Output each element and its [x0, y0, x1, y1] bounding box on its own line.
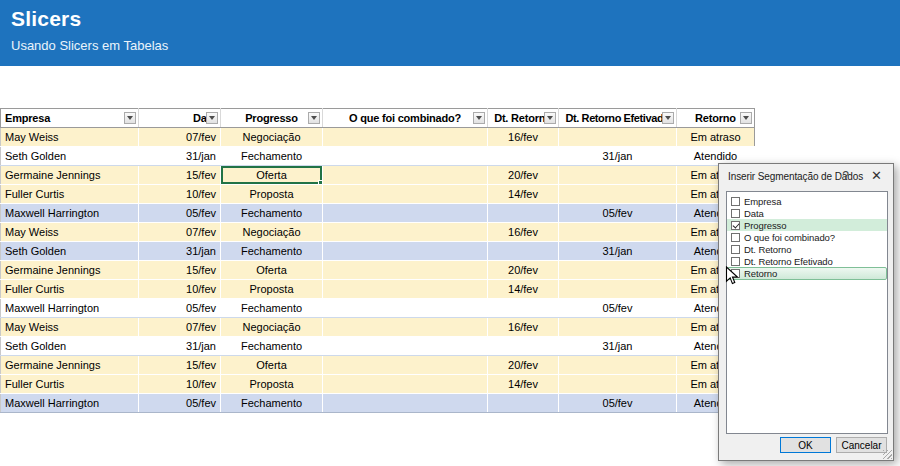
field-option-dt-retorno[interactable]: Dt. Retorno — [727, 243, 887, 255]
cell-combinado[interactable] — [323, 223, 488, 242]
cell-dt_retorno_efetivado[interactable]: 31/jan — [559, 147, 677, 166]
cell-dt_retorno[interactable] — [488, 394, 559, 413]
close-icon[interactable]: ✕ — [871, 168, 882, 183]
cell-dt_retorno[interactable] — [488, 337, 559, 356]
cell-data[interactable]: 07/fev — [139, 223, 221, 242]
checkbox-icon[interactable] — [731, 209, 740, 218]
cell-dt_retorno_efetivado[interactable] — [559, 128, 677, 147]
help-icon[interactable]: ? — [842, 169, 849, 183]
cell-dt_retorno[interactable]: 20/fev — [488, 356, 559, 375]
cell-empresa[interactable]: Maxwell Harrington — [1, 299, 139, 318]
cell-combinado[interactable] — [323, 299, 488, 318]
cell-progresso[interactable]: Proposta — [221, 375, 323, 394]
cell-progresso[interactable]: Fechamento — [221, 204, 323, 223]
cell-empresa[interactable]: Fuller Curtis — [1, 185, 139, 204]
cell-empresa[interactable]: Germaine Jennings — [1, 261, 139, 280]
cell-progresso[interactable]: Fechamento — [221, 337, 323, 356]
cell-progresso[interactable]: Oferta — [221, 261, 323, 280]
cell-dt_retorno_efetivado[interactable]: 31/jan — [559, 242, 677, 261]
cell-empresa[interactable]: Seth Golden — [1, 147, 139, 166]
cell-data[interactable]: 31/jan — [139, 337, 221, 356]
cell-dt_retorno_efetivado[interactable] — [559, 318, 677, 337]
field-option-progresso[interactable]: Progresso — [727, 219, 887, 231]
selected-cell-progresso[interactable]: Oferta — [221, 166, 323, 185]
cell-data[interactable]: 07/fev — [139, 318, 221, 337]
cell-progresso[interactable]: Negociação — [221, 318, 323, 337]
filter-dropdown-button[interactable] — [124, 112, 136, 124]
cell-dt_retorno[interactable]: 14/fev — [488, 375, 559, 394]
ok-button[interactable]: OK — [780, 437, 831, 453]
cell-dt_retorno_efetivado[interactable]: 05/fev — [559, 299, 677, 318]
filter-dropdown-button[interactable] — [473, 112, 485, 124]
checkbox-icon[interactable] — [731, 233, 740, 242]
cell-dt_retorno_efetivado[interactable] — [559, 375, 677, 394]
cell-empresa[interactable]: Fuller Curtis — [1, 280, 139, 299]
cell-progresso[interactable]: Fechamento — [221, 147, 323, 166]
cell-dt_retorno_efetivado[interactable] — [559, 280, 677, 299]
cell-dt_retorno[interactable]: 16/fev — [488, 318, 559, 337]
field-option-o-que-foi-combinado[interactable]: O que foi combinado? — [727, 231, 887, 243]
cell-data[interactable]: 15/fev — [139, 356, 221, 375]
cell-dt_retorno_efetivado[interactable]: 31/jan — [559, 337, 677, 356]
fill-handle[interactable] — [318, 180, 323, 185]
cell-empresa[interactable]: Seth Golden — [1, 242, 139, 261]
cell-dt_retorno[interactable]: 14/fev — [488, 185, 559, 204]
cell-progresso[interactable]: Fechamento — [221, 242, 323, 261]
checkbox-icon[interactable] — [731, 257, 740, 266]
cell-progresso[interactable]: Fechamento — [221, 394, 323, 413]
resize-grip-icon[interactable] — [883, 450, 892, 459]
cell-dt_retorno_efetivado[interactable] — [559, 356, 677, 375]
cell-data[interactable]: 31/jan — [139, 147, 221, 166]
cell-dt_retorno[interactable]: 14/fev — [488, 280, 559, 299]
cell-empresa[interactable]: Maxwell Harrington — [1, 204, 139, 223]
cell-retorno[interactable]: Em atraso — [677, 128, 755, 147]
cell-data[interactable]: 10/fev — [139, 280, 221, 299]
cell-combinado[interactable] — [323, 166, 488, 185]
cell-dt_retorno_efetivado[interactable] — [559, 261, 677, 280]
cell-combinado[interactable] — [323, 242, 488, 261]
filter-dropdown-button[interactable] — [308, 112, 320, 124]
cell-data[interactable]: 05/fev — [139, 204, 221, 223]
cell-dt_retorno[interactable] — [488, 299, 559, 318]
cell-combinado[interactable] — [323, 147, 488, 166]
cell-combinado[interactable] — [323, 185, 488, 204]
cell-combinado[interactable] — [323, 318, 488, 337]
cell-empresa[interactable]: Fuller Curtis — [1, 375, 139, 394]
cell-progresso[interactable]: Negociação — [221, 223, 323, 242]
cell-data[interactable]: 15/fev — [139, 261, 221, 280]
cell-progresso[interactable]: Proposta — [221, 280, 323, 299]
cancel-button[interactable]: Cancelar — [836, 437, 887, 453]
field-option-data[interactable]: Data — [727, 207, 887, 219]
cell-empresa[interactable]: Germaine Jennings — [1, 166, 139, 185]
checkbox-icon[interactable] — [731, 245, 740, 254]
cell-data[interactable]: 05/fev — [139, 299, 221, 318]
filter-dropdown-button[interactable] — [662, 112, 674, 124]
cell-empresa[interactable]: Germaine Jennings — [1, 356, 139, 375]
cell-dt_retorno[interactable] — [488, 147, 559, 166]
cell-dt_retorno[interactable]: 20/fev — [488, 261, 559, 280]
cell-progresso[interactable]: Negociação — [221, 128, 323, 147]
field-option-retorno[interactable]: Retorno — [727, 267, 887, 280]
cell-combinado[interactable] — [323, 337, 488, 356]
cell-combinado[interactable] — [323, 356, 488, 375]
cell-data[interactable]: 10/fev — [139, 375, 221, 394]
cell-data[interactable]: 10/fev — [139, 185, 221, 204]
cell-combinado[interactable] — [323, 128, 488, 147]
cell-empresa[interactable]: Maxwell Harrington — [1, 394, 139, 413]
cell-empresa[interactable]: May Weiss — [1, 318, 139, 337]
checkbox-checked-icon[interactable] — [731, 221, 740, 230]
cell-combinado[interactable] — [323, 394, 488, 413]
cell-progresso[interactable]: Proposta — [221, 185, 323, 204]
cell-dt_retorno_efetivado[interactable] — [559, 166, 677, 185]
cell-dt_retorno[interactable] — [488, 242, 559, 261]
cell-data[interactable]: 31/jan — [139, 242, 221, 261]
cell-empresa[interactable]: May Weiss — [1, 223, 139, 242]
cell-empresa[interactable]: May Weiss — [1, 128, 139, 147]
cell-dt_retorno_efetivado[interactable]: 05/fev — [559, 204, 677, 223]
cell-combinado[interactable] — [323, 261, 488, 280]
cell-combinado[interactable] — [323, 280, 488, 299]
cell-dt_retorno_efetivado[interactable] — [559, 185, 677, 204]
cell-data[interactable]: 07/fev — [139, 128, 221, 147]
filter-dropdown-button[interactable] — [544, 112, 556, 124]
cell-dt_retorno_efetivado[interactable]: 05/fev — [559, 394, 677, 413]
